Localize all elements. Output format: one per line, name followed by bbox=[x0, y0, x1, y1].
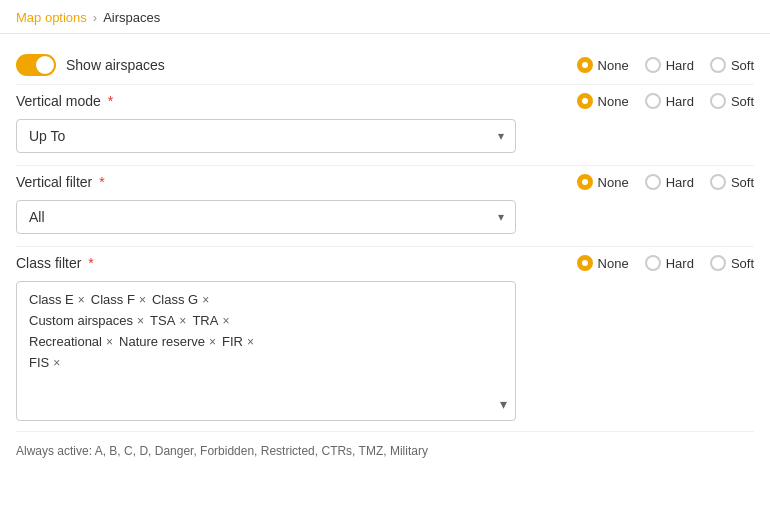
breadcrumb-map-options[interactable]: Map options bbox=[16, 10, 87, 25]
tag-recreational-remove[interactable]: × bbox=[106, 335, 113, 349]
breadcrumb: Map options › Airspaces bbox=[0, 0, 770, 34]
tag-nature-reserve: Nature reserve × bbox=[119, 334, 216, 349]
vertical-mode-label: Vertical mode * bbox=[16, 93, 113, 109]
vertical-filter-radio-group: None Hard Soft bbox=[577, 174, 754, 190]
tag-class-e-remove[interactable]: × bbox=[78, 293, 85, 307]
vertical-mode-soft-option[interactable]: Soft bbox=[710, 93, 754, 109]
class-filter-hard-radio[interactable] bbox=[645, 255, 661, 271]
tag-recreational: Recreational × bbox=[29, 334, 113, 349]
vertical-filter-select[interactable]: All Custom bbox=[16, 200, 516, 234]
vertical-filter-hard-label: Hard bbox=[666, 175, 694, 190]
vertical-filter-soft-label: Soft bbox=[731, 175, 754, 190]
vertical-filter-row: Vertical filter * None Hard Soft bbox=[16, 166, 754, 194]
vertical-filter-left: Vertical filter * bbox=[16, 174, 577, 190]
vertical-mode-left: Vertical mode * bbox=[16, 93, 577, 109]
class-filter-hard-label: Hard bbox=[666, 256, 694, 271]
class-filter-radio-group: None Hard Soft bbox=[577, 255, 754, 271]
tag-fis-remove[interactable]: × bbox=[53, 356, 60, 370]
vertical-filter-hard-option[interactable]: Hard bbox=[645, 174, 694, 190]
vertical-mode-dropdown-row: Up To From Between ▾ bbox=[16, 113, 754, 166]
vertical-mode-dropdown-wrapper: Up To From Between ▾ bbox=[16, 119, 516, 153]
class-filter-soft-radio[interactable] bbox=[710, 255, 726, 271]
tag-class-e: Class E × bbox=[29, 292, 85, 307]
class-filter-soft-label: Soft bbox=[731, 256, 754, 271]
show-airspaces-soft-option[interactable]: Soft bbox=[710, 57, 754, 73]
tag-tra-remove[interactable]: × bbox=[222, 314, 229, 328]
show-airspaces-label: Show airspaces bbox=[66, 57, 165, 73]
vertical-mode-row: Vertical mode * None Hard Soft bbox=[16, 85, 754, 113]
tag-fir: FIR × bbox=[222, 334, 254, 349]
vertical-mode-select[interactable]: Up To From Between bbox=[16, 119, 516, 153]
class-filter-none-option[interactable]: None bbox=[577, 255, 629, 271]
vertical-mode-required: * bbox=[104, 93, 113, 109]
vertical-mode-none-label: None bbox=[598, 94, 629, 109]
tag-custom-airspaces: Custom airspaces × bbox=[29, 313, 144, 328]
class-filter-line-4: FIS × bbox=[29, 355, 503, 370]
vertical-filter-soft-option[interactable]: Soft bbox=[710, 174, 754, 190]
vertical-mode-none-option[interactable]: None bbox=[577, 93, 629, 109]
breadcrumb-separator: › bbox=[93, 10, 97, 25]
show-airspaces-none-option[interactable]: None bbox=[577, 57, 629, 73]
always-active: Always active: A, B, C, D, Danger, Forbi… bbox=[16, 440, 754, 462]
vertical-filter-required: * bbox=[95, 174, 104, 190]
class-filter-line-1: Class E × Class F × Class G × bbox=[29, 292, 503, 307]
vertical-mode-hard-radio[interactable] bbox=[645, 93, 661, 109]
vertical-filter-hard-radio[interactable] bbox=[645, 174, 661, 190]
vertical-mode-hard-option[interactable]: Hard bbox=[645, 93, 694, 109]
tag-nature-reserve-remove[interactable]: × bbox=[209, 335, 216, 349]
class-filter-tags-section: Class E × Class F × Class G × Custom air… bbox=[16, 275, 754, 432]
main-content: Show airspaces None Hard Soft Vertical m… bbox=[0, 34, 770, 474]
vertical-filter-dropdown-row: All Custom ▾ bbox=[16, 194, 754, 247]
vertical-mode-hard-label: Hard bbox=[666, 94, 694, 109]
vertical-mode-soft-radio[interactable] bbox=[710, 93, 726, 109]
vertical-filter-none-option[interactable]: None bbox=[577, 174, 629, 190]
tag-class-g: Class G × bbox=[152, 292, 209, 307]
tag-tra: TRA × bbox=[192, 313, 229, 328]
show-airspaces-hard-option[interactable]: Hard bbox=[645, 57, 694, 73]
class-filter-required: * bbox=[84, 255, 93, 271]
tag-tsa: TSA × bbox=[150, 313, 186, 328]
class-filter-tags-box: Class E × Class F × Class G × Custom air… bbox=[16, 281, 516, 421]
vertical-mode-none-radio[interactable] bbox=[577, 93, 593, 109]
vertical-filter-label: Vertical filter * bbox=[16, 174, 105, 190]
vertical-filter-soft-radio[interactable] bbox=[710, 174, 726, 190]
show-airspaces-toggle[interactable] bbox=[16, 54, 56, 76]
vertical-mode-soft-label: Soft bbox=[731, 94, 754, 109]
class-filter-line-3: Recreational × Nature reserve × FIR × bbox=[29, 334, 503, 349]
show-airspaces-soft-label: Soft bbox=[731, 58, 754, 73]
tag-tsa-remove[interactable]: × bbox=[179, 314, 186, 328]
tag-custom-airspaces-remove[interactable]: × bbox=[137, 314, 144, 328]
class-filter-none-radio[interactable] bbox=[577, 255, 593, 271]
breadcrumb-current: Airspaces bbox=[103, 10, 160, 25]
vertical-mode-radio-group: None Hard Soft bbox=[577, 93, 754, 109]
show-airspaces-none-radio[interactable] bbox=[577, 57, 593, 73]
tag-class-f: Class F × bbox=[91, 292, 146, 307]
show-airspaces-row: Show airspaces None Hard Soft bbox=[16, 46, 754, 85]
show-airspaces-hard-label: Hard bbox=[666, 58, 694, 73]
tag-fir-remove[interactable]: × bbox=[247, 335, 254, 349]
tags-expand-icon[interactable]: ▾ bbox=[500, 396, 507, 412]
class-filter-left: Class filter * bbox=[16, 255, 577, 271]
class-filter-row: Class filter * None Hard Soft bbox=[16, 247, 754, 275]
class-filter-label: Class filter * bbox=[16, 255, 94, 271]
show-airspaces-radio-group: None Hard Soft bbox=[577, 57, 754, 73]
show-airspaces-soft-radio[interactable] bbox=[710, 57, 726, 73]
tag-fis: FIS × bbox=[29, 355, 60, 370]
class-filter-soft-option[interactable]: Soft bbox=[710, 255, 754, 271]
show-airspaces-none-label: None bbox=[598, 58, 629, 73]
class-filter-none-label: None bbox=[598, 256, 629, 271]
vertical-filter-dropdown-wrapper: All Custom ▾ bbox=[16, 200, 516, 234]
tag-class-f-remove[interactable]: × bbox=[139, 293, 146, 307]
tag-class-g-remove[interactable]: × bbox=[202, 293, 209, 307]
class-filter-line-2: Custom airspaces × TSA × TRA × bbox=[29, 313, 503, 328]
show-airspaces-left: Show airspaces bbox=[16, 54, 577, 76]
vertical-filter-none-label: None bbox=[598, 175, 629, 190]
vertical-filter-none-radio[interactable] bbox=[577, 174, 593, 190]
show-airspaces-hard-radio[interactable] bbox=[645, 57, 661, 73]
class-filter-hard-option[interactable]: Hard bbox=[645, 255, 694, 271]
